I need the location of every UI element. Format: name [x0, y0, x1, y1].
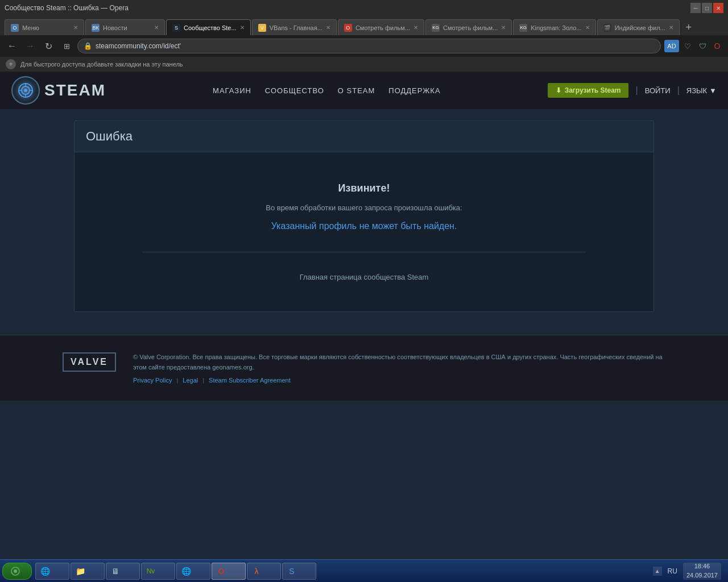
- steam-header-actions: ⬇ Загрузить Steam | ВОЙТИ | ЯЗЫК ▼: [548, 83, 717, 98]
- opera-taskbar-icon: O: [217, 567, 226, 576]
- tab-vbans-favicon: V: [258, 24, 266, 32]
- header-separator2: |: [677, 85, 680, 95]
- tab-menu-favicon: О: [11, 24, 19, 32]
- tab-movie2[interactable]: KG Смотреть фильм... ✕: [425, 19, 512, 35]
- tab-movie2-close[interactable]: ✕: [501, 24, 506, 31]
- tab-vbans-close[interactable]: ✕: [326, 24, 330, 31]
- tab-india-label: Индийские фил...: [615, 24, 665, 31]
- tab-kingsman-label: Kingsman: Золо...: [531, 24, 581, 31]
- tab-kingsman[interactable]: KG Kingsman: Золо... ✕: [513, 19, 595, 35]
- svg-point-4: [14, 569, 17, 573]
- bookmarks-hint: Для быстрого доступа добавьте закладки н…: [20, 61, 183, 68]
- taskbar-nvidia[interactable]: Nv: [141, 563, 175, 580]
- bookmark-icon[interactable]: ♡: [681, 40, 694, 52]
- taskbar-time-text: 18:46: [694, 562, 710, 571]
- home-button[interactable]: ⊞: [59, 39, 74, 53]
- refresh-button[interactable]: ↻: [41, 39, 56, 53]
- legal-link[interactable]: Legal: [183, 377, 198, 384]
- nav-about[interactable]: О STEAM: [338, 86, 375, 95]
- tab-kingsman-close[interactable]: ✕: [585, 24, 590, 31]
- browser-bookmarks-bar: + Для быстрого доступа добавьте закладки…: [0, 57, 728, 72]
- taskbar-language: RU: [664, 567, 681, 575]
- steam-main-nav: МАГАЗИН СООБЩЕСТВО О STEAM ПОДДЕРЖКА: [213, 86, 441, 95]
- login-button[interactable]: ВОЙТИ: [645, 86, 671, 95]
- taskbar-clock[interactable]: 18:46 24.09.2017: [683, 563, 721, 580]
- taskbar-date-text: 24.09.2017: [686, 571, 718, 580]
- address-bar[interactable]: 🔒 steamcommunity.com/id/ect': [77, 39, 661, 53]
- close-button[interactable]: ✕: [713, 3, 723, 13]
- taskbar-media[interactable]: 🖥: [106, 563, 140, 580]
- tab-news-favicon: ВК: [92, 24, 100, 32]
- tab-steam-close[interactable]: ✕: [240, 24, 245, 31]
- taskbar-explorer[interactable]: 📁: [71, 563, 105, 580]
- tab-steam-label: Сообщество Ste...: [184, 24, 237, 31]
- install-steam-button[interactable]: ⬇ Загрузить Steam: [548, 83, 629, 98]
- ie-icon: 🌐: [40, 567, 49, 576]
- taskbar-ie2[interactable]: 🌐: [176, 563, 210, 580]
- tab-movie1[interactable]: O Смотреть фильм... ✕: [338, 19, 424, 35]
- titlebar-left: Сообщество Steam :: Ошибка — Opera: [5, 4, 129, 12]
- subscriber-agreement-link[interactable]: Steam Subscriber Agreement: [209, 377, 291, 384]
- tab-menu-label: Меню: [22, 24, 39, 31]
- community-home-link[interactable]: Главная страница сообщества Steam: [300, 273, 429, 281]
- navbar-icons: AD ♡ 🛡 O: [664, 40, 723, 52]
- opera-icon[interactable]: O: [711, 40, 723, 52]
- error-sorry-text: Извините!: [338, 182, 390, 194]
- tab-vbans[interactable]: V VBans - Главная... ✕: [252, 19, 337, 35]
- error-box: Ошибка Извините! Во время обработки ваше…: [74, 120, 654, 312]
- browser-chrome: Сообщество Steam :: Ошибка — Opera ─ □ ✕…: [0, 0, 728, 72]
- nav-community[interactable]: СООБЩЕСТВО: [265, 86, 324, 95]
- nav-support[interactable]: ПОДДЕРЖКА: [388, 86, 440, 95]
- privacy-policy-link[interactable]: Privacy Policy: [133, 377, 172, 384]
- back-button[interactable]: ←: [5, 39, 19, 53]
- error-box-content: Извините! Во время обработки вашего запр…: [75, 152, 653, 311]
- steam-logo[interactable]: STEAM: [11, 76, 106, 105]
- browser-titlebar: Сообщество Steam :: Ошибка — Opera ─ □ ✕: [0, 0, 728, 16]
- steam-page: STEAM МАГАЗИН СООБЩЕСТВО О STEAM ПОДДЕРЖ…: [0, 72, 728, 504]
- extensions-icon[interactable]: AD: [664, 40, 679, 52]
- tab-steam[interactable]: S Сообщество Ste... ✕: [166, 19, 251, 35]
- footer-text-block: © Valve Corporation. Все права защищены.…: [133, 352, 665, 384]
- taskbar-opera[interactable]: O: [212, 563, 246, 580]
- profile-error-link[interactable]: Указанный профиль не может быть найден.: [271, 221, 457, 231]
- install-label: Загрузить Steam: [565, 86, 621, 94]
- tab-movie1-close[interactable]: ✕: [413, 24, 418, 31]
- windows-logo-icon: [11, 567, 20, 576]
- address-text: steamcommunity.com/id/ect': [96, 42, 655, 50]
- language-selector[interactable]: ЯЗЫК ▼: [686, 86, 717, 95]
- start-button[interactable]: [2, 563, 32, 580]
- tab-kingsman-favicon: KG: [519, 24, 527, 32]
- tab-news[interactable]: ВК Новости ✕: [85, 19, 165, 35]
- halflife-icon: λ: [252, 567, 261, 576]
- browser-title: Сообщество Steam :: Ошибка — Opera: [5, 4, 129, 12]
- tab-news-label: Новости: [103, 24, 127, 31]
- new-tab-button[interactable]: +: [681, 19, 697, 35]
- media-icon: 🖥: [111, 567, 120, 576]
- tab-menu[interactable]: О Меню ✕: [5, 19, 84, 35]
- tab-menu-close[interactable]: ✕: [73, 24, 78, 31]
- footer-copyright: © Valve Corporation. Все права защищены.…: [133, 352, 665, 372]
- tab-movie2-favicon: KG: [432, 24, 440, 32]
- lang-arrow: ▼: [709, 86, 717, 95]
- nav-store[interactable]: МАГАЗИН: [213, 86, 251, 95]
- forward-button[interactable]: →: [23, 39, 38, 53]
- steam-taskbar-icon: S: [287, 567, 296, 576]
- minimize-button[interactable]: ─: [690, 3, 701, 13]
- tab-movie2-label: Смотреть фильм...: [443, 24, 498, 31]
- tab-news-close[interactable]: ✕: [154, 24, 159, 31]
- header-separator: |: [635, 85, 638, 95]
- browser-tabbar: О Меню ✕ ВК Новости ✕ S Сообщество Ste..…: [0, 16, 728, 35]
- tab-india-close[interactable]: ✕: [669, 24, 673, 31]
- taskbar-steam[interactable]: S: [282, 563, 316, 580]
- taskbar-halflife[interactable]: λ: [247, 563, 281, 580]
- lang-label: ЯЗЫК: [686, 86, 707, 95]
- tab-india-favicon: 🎬: [603, 24, 611, 32]
- shield-icon[interactable]: 🛡: [696, 40, 709, 52]
- taskbar-ie[interactable]: 🌐: [35, 563, 69, 580]
- maximize-button[interactable]: □: [702, 3, 712, 13]
- add-bookmark-button[interactable]: +: [6, 59, 16, 69]
- tab-india[interactable]: 🎬 Индийские фил... ✕: [597, 19, 680, 35]
- footer-pipe2: |: [202, 377, 204, 384]
- steam-logo-text: STEAM: [44, 81, 106, 99]
- tab-vbans-label: VBans - Главная...: [270, 24, 322, 31]
